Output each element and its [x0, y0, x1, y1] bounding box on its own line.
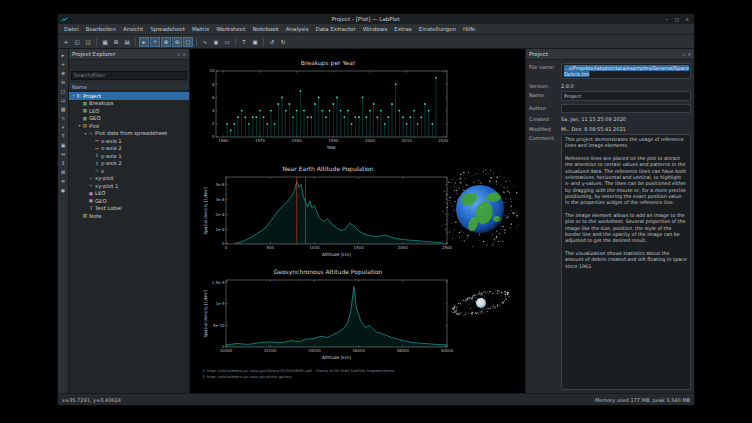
menu-analysis[interactable]: Analysis — [283, 25, 312, 33]
zoom-fit-icon[interactable]: ◻ — [183, 37, 193, 47]
add-text-label-icon[interactable]: T — [239, 37, 249, 47]
svg-text:32000: 32000 — [264, 348, 277, 353]
leo-debris-image[interactable] — [440, 167, 520, 257]
tool-matrix-icon[interactable]: ⊞ — [59, 168, 68, 176]
plot-breakups-per-year[interactable]: Breakups per Year 1960197019801990200020… — [202, 58, 454, 154]
tree-item-note[interactable]: ▧Note — [69, 212, 189, 220]
dock-close-icon[interactable]: × — [687, 52, 691, 57]
menu-ansicht[interactable]: Ansicht — [120, 25, 146, 33]
svg-text:2e-8: 2e-8 — [216, 212, 225, 217]
worksheet-view[interactable]: Breakups per Year 1960197019801990200020… — [190, 49, 525, 393]
menu-windows[interactable]: Windows — [360, 25, 391, 33]
dock-float-icon[interactable]: ▫ — [177, 52, 180, 57]
tree-item-xy-plot-1[interactable]: ∿xy-plot 1 — [69, 182, 189, 190]
undo-icon[interactable]: ↺ — [267, 37, 277, 47]
project-explorer-dock-title[interactable]: Project Explorer ▫ × — [69, 49, 189, 60]
tree-item-breakups[interactable]: ▦Breakups — [69, 100, 189, 108]
select-mode-icon[interactable]: ▸ — [139, 37, 149, 47]
add-legend-icon[interactable]: ▭ — [222, 37, 232, 47]
tool-crosshair-icon[interactable]: ⌖ — [59, 123, 68, 131]
redo-icon[interactable]: ↻ — [278, 37, 288, 47]
tool-zoom-out-icon[interactable]: ⊖ — [59, 78, 68, 86]
breakups-per-year-chart[interactable]: 19601970198019902000201020200246810Year — [202, 68, 454, 150]
memory-usage-label: Memory used 177 MB, peak 3,340 MB — [595, 397, 690, 403]
zoom-in-icon[interactable]: ⊕ — [161, 37, 171, 47]
tool-vertical-axis-icon[interactable]: ↕ — [59, 159, 68, 167]
tree-item-x-axis-2[interactable]: ↔x-axis 2 — [69, 145, 189, 153]
tree-item-y-axis-1[interactable]: ↕y-axis 1 — [69, 152, 189, 160]
dock-float-icon[interactable]: ▫ — [682, 52, 685, 57]
axis-x-icon: ↔ — [94, 138, 100, 143]
tool-select-icon[interactable]: ▸ — [59, 51, 68, 59]
tree-item-plot[interactable]: ▾▤Plot — [69, 122, 189, 130]
add-plot-icon[interactable]: ∿ — [200, 37, 210, 47]
geo-debris-image[interactable] — [448, 277, 514, 335]
tree-item-geo[interactable]: ▦GEO — [69, 115, 189, 123]
new-project-icon[interactable]: + — [61, 37, 71, 47]
maximize-button[interactable]: ◻ — [673, 16, 681, 22]
menu-datei[interactable]: Datei — [61, 25, 82, 33]
tool-horizontal-axis-icon[interactable]: ↔ — [59, 150, 68, 158]
menu-hilfe[interactable]: Hilfe — [460, 25, 479, 33]
search-input[interactable] — [71, 71, 187, 80]
tree-item-xy-plot[interactable]: ∿xy-plot — [69, 175, 189, 183]
new-worksheet-icon[interactable]: ▤ — [122, 37, 132, 47]
prop-value-name[interactable]: Project — [561, 91, 691, 101]
menu-extras[interactable]: Extras — [391, 25, 414, 33]
dock-close-icon[interactable]: × — [182, 52, 186, 57]
tree-item-x-axis-1[interactable]: ↔x-axis 1 — [69, 137, 189, 145]
tool-curve-icon[interactable]: ∿ — [59, 114, 68, 122]
tree-item-plot-data-from-spreadsheet[interactable]: ▾∿Plot data from spreadsheet — [69, 130, 189, 138]
tree-item-y-axis-2[interactable]: ↕y-axis 2 — [69, 160, 189, 168]
toolbar-separator — [235, 38, 236, 46]
minimize-button[interactable]: – — [663, 16, 671, 22]
menu-notebook[interactable]: Notebook — [249, 25, 281, 33]
plot-near-earth-population[interactable]: Near Earth Altitude Population 050010001… — [202, 164, 454, 261]
menu-spreadsheet[interactable]: Spreadsheet — [147, 25, 188, 33]
tool-legend-icon[interactable]: ▭ — [59, 96, 68, 104]
tree-column-header[interactable]: Name — [69, 83, 189, 91]
project-properties-dock-title[interactable]: Project ▫ × — [526, 49, 694, 60]
tree-item-project[interactable]: ▾◧Project — [69, 92, 189, 100]
add-image-icon[interactable]: ▣ — [250, 37, 260, 47]
tree-item-label: Project — [83, 93, 101, 99]
prop-value-author[interactable] — [561, 104, 691, 113]
window-title: Project - [Plot] — LabPlot — [70, 16, 661, 22]
tool-point-icon[interactable]: ◉ — [59, 186, 68, 194]
menu-einstellungen[interactable]: Einstellungen — [416, 25, 459, 33]
tool-move-icon[interactable]: + — [59, 60, 68, 68]
tool-zoom-fit-icon[interactable]: ◻ — [59, 87, 68, 95]
tree-item-text-label[interactable]: TText Label — [69, 205, 189, 213]
geosynchronous-population-chart[interactable]: 30000320003400036000380004000005e-101e-9… — [202, 277, 454, 360]
left-tool-strip: ▸+⊕⊖◻▭▦∿⌖T▣↔↕⊞≡◉ — [58, 49, 69, 393]
menu-bearbeiten[interactable]: Bearbeiten — [83, 25, 119, 33]
tree-item-leo[interactable]: ▣LEO — [69, 190, 189, 198]
open-project-icon[interactable]: ◱ — [72, 37, 82, 47]
tool-spreadsheet-icon[interactable]: ▦ — [59, 105, 68, 113]
zoom-out-icon[interactable]: ⊖ — [172, 37, 182, 47]
tree-item-leo[interactable]: ▦LEO — [69, 107, 189, 115]
menu-matrix[interactable]: Matrix — [189, 25, 212, 33]
prop-value-comment[interactable]: This project demonstrates the usage of r… — [561, 134, 691, 390]
new-matrix-icon[interactable]: ⊞ — [111, 37, 121, 47]
titlebar[interactable]: Project - [Plot] — LabPlot – ◻ × — [58, 14, 694, 24]
svg-text:5e-10: 5e-10 — [213, 323, 225, 328]
save-project-icon[interactable]: ◲ — [83, 37, 93, 47]
plot-geosynchronous-population[interactable]: Geosynchronous Altitude Population 30000… — [202, 267, 454, 364]
new-spreadsheet-icon[interactable]: ▦ — [100, 37, 110, 47]
menu-worksheet[interactable]: Worksheet — [213, 25, 248, 33]
tool-text-icon[interactable]: T — [59, 132, 68, 140]
tool-list-icon[interactable]: ≡ — [59, 177, 68, 185]
prop-value-file-name[interactable]: ...s/Projekte/labplot/data/examples/Gene… — [561, 63, 691, 79]
tool-zoom-in-icon[interactable]: ⊕ — [59, 69, 68, 77]
close-button[interactable]: × — [683, 16, 691, 22]
label-icon: T — [88, 206, 94, 211]
menu-data-extractor[interactable]: Data Extractor — [313, 25, 359, 33]
tree-item-x[interactable]: ∿x — [69, 167, 189, 175]
spreadsheet-icon: ▦ — [82, 101, 88, 106]
tree-item-geo[interactable]: ▣GEO — [69, 197, 189, 205]
crosshair-mode-icon[interactable]: ⌖ — [150, 37, 160, 47]
add-curve-icon[interactable]: ◉ — [211, 37, 221, 47]
tool-image-icon[interactable]: ▣ — [59, 141, 68, 149]
near-earth-population-chart[interactable]: 0500100015002000250001e-82e-83e-84e-8Alt… — [202, 174, 454, 257]
